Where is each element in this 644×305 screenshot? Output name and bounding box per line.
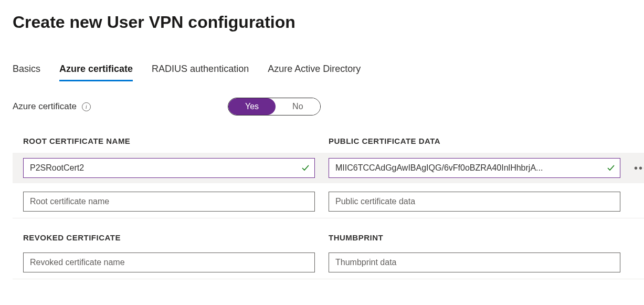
root-cert-name-empty-input[interactable] <box>23 192 315 212</box>
public-cert-data-empty-input[interactable] <box>329 192 620 212</box>
public-cert-data-header: Public certificate data <box>329 136 620 145</box>
public-cert-data-input[interactable] <box>329 158 620 178</box>
azure-certificate-toggle-label: Azure certificate <box>13 101 77 112</box>
root-certificate-section: Root certificate name Public certificate… <box>13 136 631 279</box>
page-title: Create new User VPN configuration <box>13 13 631 32</box>
info-icon[interactable]: i <box>82 102 91 111</box>
tab-basics[interactable]: Basics <box>13 64 40 81</box>
thumbprint-header: Thumbprint <box>329 233 620 242</box>
table-row <box>13 188 644 218</box>
root-cert-name-header: Root certificate name <box>23 136 315 145</box>
toggle-option-yes[interactable]: Yes <box>228 98 276 115</box>
root-cert-name-input[interactable] <box>23 158 315 178</box>
azure-certificate-toggle-row: Azure certificate i Yes No <box>13 98 631 115</box>
table-row <box>13 249 644 279</box>
thumbprint-data-input[interactable] <box>329 253 620 272</box>
tab-azure-certificate[interactable]: Azure certificate <box>59 64 133 81</box>
tab-radius-authentication[interactable]: RADIUS authentication <box>152 64 249 81</box>
revoked-cert-name-input[interactable] <box>23 253 315 272</box>
table-row: ••• <box>13 153 644 183</box>
azure-certificate-toggle[interactable]: Yes No <box>228 98 321 115</box>
toggle-option-no[interactable]: No <box>276 98 320 115</box>
checkmark-icon <box>301 164 310 172</box>
revoked-cert-header: Revoked certificate <box>23 233 315 242</box>
checkmark-icon <box>607 164 615 172</box>
tab-azure-active-directory[interactable]: Azure Active Directory <box>268 64 361 81</box>
tabs-bar: Basics Azure certificate RADIUS authenti… <box>13 64 631 82</box>
